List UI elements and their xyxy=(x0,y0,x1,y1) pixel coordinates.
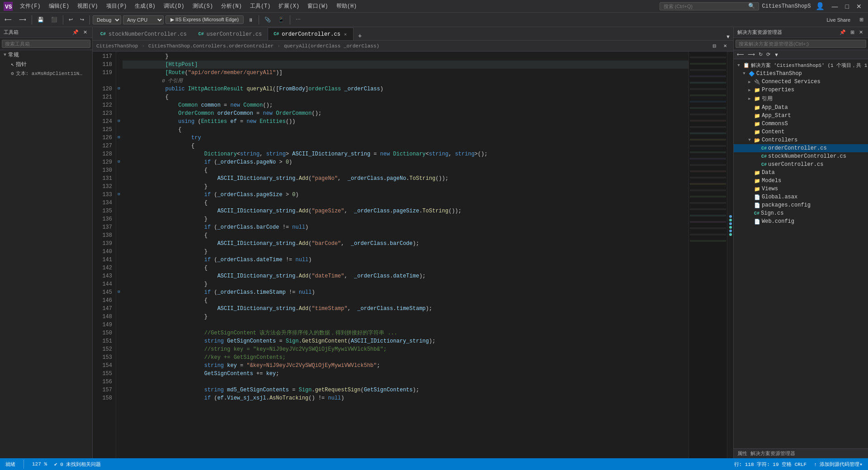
menu-item-debug[interactable]: 调试(D) xyxy=(160,1,188,11)
code-content[interactable]: } [HttpPost] [Route("api/order/member/qu… xyxy=(123,52,689,458)
sol-forward-btn[interactable]: ⟶ xyxy=(746,51,756,58)
sol-stockcontroller[interactable]: C# stockNumberController.cs xyxy=(734,152,868,160)
user-icon: 👤 xyxy=(816,2,825,11)
close-editor-button[interactable]: ✕ xyxy=(721,42,730,49)
save-all-button[interactable]: ⬛ xyxy=(48,16,60,24)
sol-app-data[interactable]: 📁 App_Data xyxy=(734,103,868,112)
menu-item-project[interactable]: 项目(P) xyxy=(103,1,131,11)
save-button[interactable]: 💾 xyxy=(35,16,47,24)
fold-145[interactable]: ⊟ xyxy=(116,287,122,296)
toolbox-close-button[interactable]: ✕ xyxy=(82,29,89,36)
sol-ordercontroller[interactable]: C# orderController.cs xyxy=(734,144,868,152)
sol-app-start[interactable]: 📁 App_Start xyxy=(734,112,868,120)
debug-config-select[interactable]: Debug xyxy=(93,15,121,24)
fold-133[interactable]: ⊟ xyxy=(116,190,122,198)
sol-sync-btn[interactable]: ↻ xyxy=(757,51,764,58)
tab-stocknumber[interactable]: C# stockNumberController.cs xyxy=(94,28,193,40)
sol-references[interactable]: ▶ 📁 引用 xyxy=(734,94,868,103)
sol-connected-services[interactable]: ▶ 🔌 Connected Services xyxy=(734,78,868,86)
menu-item-analyze[interactable]: 分析(N) xyxy=(217,1,245,11)
platform-select[interactable]: Any CPU xyxy=(123,15,164,24)
sol-content[interactable]: 📁 Content xyxy=(734,128,868,136)
sol-close-button[interactable]: ✕ xyxy=(858,29,864,36)
pause-button[interactable]: ⏸ xyxy=(245,16,256,24)
line-119: [Route("api/order/member/queryAll")] xyxy=(123,69,689,77)
toolbox-pointer-item[interactable]: ↖ 指针 xyxy=(0,60,92,69)
fold-139 xyxy=(116,239,122,247)
close-button[interactable]: ✕ xyxy=(854,2,864,11)
line-136: } xyxy=(123,215,689,223)
tab-list-button[interactable]: ▼ xyxy=(723,33,733,40)
sol-properties[interactable]: ▶ 📁 Properties xyxy=(734,86,868,94)
status-add-code[interactable]: ↑ 添加到源代码管理▾ xyxy=(814,461,863,468)
menu-item-help[interactable]: 帮助(H) xyxy=(333,1,361,11)
sol-models[interactable]: 📁 Models xyxy=(734,177,868,185)
sol-usercontroller[interactable]: C# userController.cs xyxy=(734,160,868,169)
menu-item-edit[interactable]: 编辑(E) xyxy=(45,1,73,11)
fold-132 xyxy=(116,182,122,190)
asax-icon: 📄 xyxy=(754,194,760,200)
sol-pin-button[interactable]: 📌 xyxy=(838,29,847,36)
back-button[interactable]: ⟵ xyxy=(2,16,14,24)
sol-back-btn[interactable]: ⟵ xyxy=(736,51,745,58)
menu-item-file[interactable]: 文件(F) xyxy=(16,1,44,11)
toolbox-header-icons: 📌 ✕ xyxy=(71,29,89,36)
editor-breadcrumb: CitiesThanShop › CitiesThanShop.Controll… xyxy=(93,41,733,52)
more-buttons[interactable]: ⋯ xyxy=(293,16,303,24)
global-search-input[interactable] xyxy=(660,2,759,10)
menu-item-test[interactable]: 测试(S) xyxy=(189,1,217,11)
live-share-button[interactable]: Live Share xyxy=(824,16,853,24)
menu-item-tools[interactable]: 工具(T) xyxy=(246,1,274,11)
sol-views-label: Views xyxy=(762,186,778,192)
sol-refresh-btn[interactable]: ⟳ xyxy=(765,51,772,58)
tab-order-close[interactable]: ✕ xyxy=(343,31,348,38)
undo-button[interactable]: ↩ xyxy=(66,16,75,24)
sol-controllers[interactable]: ▼ 📂 Controllers xyxy=(734,136,868,144)
sol-arrow-controllers: ▼ xyxy=(746,138,753,142)
minimize-button[interactable]: — xyxy=(829,2,841,11)
status-errors[interactable]: ✔ 0 未找到相关问题 xyxy=(54,461,101,468)
split-editor-button[interactable]: ⊟ xyxy=(710,42,719,49)
device-button[interactable]: 📱 xyxy=(275,16,287,24)
tab-user[interactable]: C# userController.cs xyxy=(193,28,268,40)
sol-sign-cs[interactable]: C# Sign.cs xyxy=(734,209,868,217)
menu-item-window[interactable]: 窗口(W) xyxy=(304,1,332,11)
menu-item-view[interactable]: 视图(V) xyxy=(74,1,102,11)
status-zoom[interactable]: 127 % xyxy=(32,461,47,467)
sol-global-asax[interactable]: 📄 Global.asax xyxy=(734,193,868,201)
panel-toggle-button[interactable]: ⊞ xyxy=(857,16,866,24)
sol-data[interactable]: 📁 Data xyxy=(734,169,868,177)
redo-button[interactable]: ↪ xyxy=(77,16,87,24)
menu-item-build[interactable]: 生成(B) xyxy=(131,1,159,11)
tab-order[interactable]: C# orderController.cs ✕ xyxy=(268,28,354,40)
run-button[interactable]: ▶ IIS Express (Microsoft Edge) xyxy=(165,15,244,24)
sol-project[interactable]: ▼ 🔷 CitiesThanShop xyxy=(734,70,868,78)
line-120: public IHttpActionResult queryAll([FromB… xyxy=(123,85,689,93)
fold-129[interactable]: ⊟ xyxy=(116,157,122,165)
solution-search-input[interactable] xyxy=(736,40,866,48)
sol-expand-button[interactable]: ⊞ xyxy=(849,29,856,36)
status-position[interactable]: 行: 118 字符: 19 空格 CRLF xyxy=(734,461,807,468)
maximize-button[interactable]: □ xyxy=(843,2,852,11)
sol-web-config[interactable]: 📄 Web.config xyxy=(734,217,868,226)
sol-filter-btn[interactable]: ▼ xyxy=(773,51,780,58)
fold-126[interactable]: ⊟ xyxy=(116,133,122,141)
sol-root: ▼ 📋 解决方案 'CitiesThanShopS' (1 个项目，共 1 个) xyxy=(734,61,868,70)
fold-124[interactable]: ⊟ xyxy=(116,117,122,125)
toolbox-rdp-item[interactable]: ⚙ 文本: axMsRdpClient11NotSafeF... xyxy=(0,69,92,78)
solution-tree: ▼ 📋 解决方案 'CitiesThanShopS' (1 个项目，共 1 个)… xyxy=(734,59,868,448)
toolbox-search-input[interactable] xyxy=(2,40,90,48)
tab-bar: C# stockNumberController.cs C# userContr… xyxy=(93,27,733,41)
attach-button[interactable]: 📎 xyxy=(262,16,274,24)
fold-120[interactable]: ⊟ xyxy=(116,84,122,92)
toolbox-section-general[interactable]: ▼ 常规 xyxy=(0,50,92,60)
sol-views[interactable]: 📁 Views xyxy=(734,185,868,193)
line-124: using (Entities ef = new Entities()) xyxy=(123,118,689,126)
sol-packages-config[interactable]: 📄 packages.config xyxy=(734,201,868,209)
new-tab-button[interactable]: + xyxy=(355,31,364,40)
code-editor[interactable]: 117 118 119 120 121 122 123 124 125 126 … xyxy=(93,52,733,458)
forward-button[interactable]: ⟶ xyxy=(16,16,29,24)
toolbox-pin-button[interactable]: 📌 xyxy=(71,29,80,36)
sol-commons[interactable]: 📁 CommonsS xyxy=(734,120,868,128)
menu-item-extensions[interactable]: 扩展(X) xyxy=(275,1,303,11)
